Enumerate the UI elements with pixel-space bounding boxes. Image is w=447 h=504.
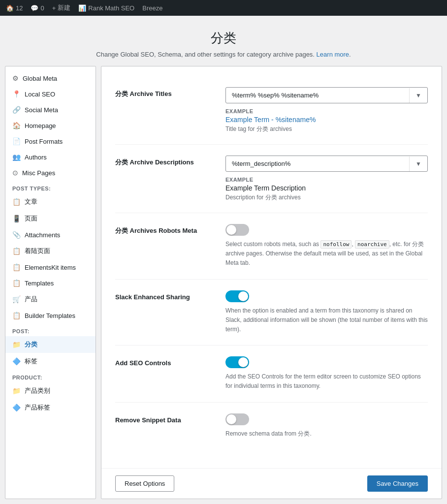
- main-panel: 分类 Archive Titles ▼ EXAMPLE Example Term…: [101, 66, 442, 499]
- authors-icon: 👥: [12, 153, 21, 161]
- slack-sharing-toggle[interactable]: [225, 290, 249, 302]
- sidebar-item-label: 产品: [25, 295, 37, 304]
- sidebar-item-attachments[interactable]: 📎 Attachments: [5, 227, 96, 243]
- snippet-data-toggle-knob: [226, 414, 236, 424]
- sidebar-item-label: 页面: [25, 214, 37, 223]
- sidebar-item-label: 产品类别: [25, 386, 50, 395]
- new-icon: +: [52, 4, 56, 12]
- setting-slack-sharing: Slack Enhanced Sharing When the option i…: [115, 280, 428, 346]
- post-formats-icon: 📄: [12, 137, 21, 145]
- sidebar-item-label: Builder Templates: [25, 312, 75, 319]
- sidebar-item-label: Social Meta: [25, 106, 58, 114]
- sidebar-item-authors[interactable]: 👥 Authors: [5, 149, 96, 165]
- breeze-label: Breeze: [142, 4, 162, 12]
- sidebar-item-chanpinbiaoqian[interactable]: 🔷 产品标签: [5, 399, 96, 416]
- misc-icon: ⊙: [12, 169, 18, 177]
- sidebar-item-misc-pages[interactable]: ⊙ Misc Pages: [5, 165, 96, 181]
- sidebar-item-social-meta[interactable]: 🔗 Social Meta: [5, 102, 96, 118]
- archive-descriptions-dropdown-arrow[interactable]: ▼: [409, 157, 427, 171]
- slack-sharing-desc: When the option is enabled and a term fr…: [225, 306, 428, 335]
- admin-bar-home[interactable]: 🏠 12: [6, 4, 23, 12]
- snippet-data-desc: Remove schema data from 分类.: [225, 429, 428, 439]
- admin-bar-count: 12: [16, 4, 23, 12]
- sidebar-item-templates[interactable]: 📋 Templates: [5, 275, 96, 291]
- archive-descriptions-desc: Description for 分类 archives: [225, 193, 428, 202]
- robots-meta-toggle[interactable]: [225, 224, 249, 236]
- slack-sharing-label: Slack Enhanced Sharing: [115, 290, 214, 302]
- archive-descriptions-example-value: Example Term Description: [225, 184, 428, 192]
- archive-titles-input-wrapper: ▼: [225, 87, 428, 103]
- robots-meta-toggle-knob: [226, 225, 236, 235]
- archive-descriptions-label: 分类 Archive Descriptions: [115, 156, 214, 167]
- learn-more-link[interactable]: Learn more: [317, 51, 349, 58]
- archive-titles-example-value: Example Term - %sitename%: [225, 116, 428, 124]
- sidebar-item-chanpin[interactable]: 🛒 产品: [5, 291, 96, 308]
- archive-titles-desc: Title tag for 分类 archives: [225, 125, 428, 133]
- seo-controls-control: Add the SEO Controls for the term editor…: [225, 356, 428, 391]
- sidebar-item-label: Templates: [25, 280, 54, 287]
- comments-count: 0: [40, 4, 44, 12]
- social-icon: 🔗: [12, 106, 21, 114]
- robots-meta-control: Select custom robots meta, such as nofol…: [225, 224, 428, 268]
- page-description: Change Global SEO, Schema, and other set…: [10, 51, 437, 58]
- admin-bar-new[interactable]: + 新建: [52, 3, 71, 12]
- landing-icon: 📋: [12, 247, 21, 255]
- archive-titles-label: 分类 Archive Titles: [115, 87, 214, 99]
- admin-bar-breeze[interactable]: Breeze: [142, 4, 162, 12]
- archive-titles-example-label: EXAMPLE: [225, 108, 428, 114]
- archive-titles-input[interactable]: [226, 88, 409, 103]
- sidebar-item-local-seo[interactable]: 📍 Local SEO: [5, 86, 96, 102]
- post-icon: 📋: [12, 198, 21, 206]
- sidebar-item-builder-templates[interactable]: 📋 Builder Templates: [5, 308, 96, 323]
- archive-titles-control: ▼ EXAMPLE Example Term - %sitename% Titl…: [225, 87, 428, 133]
- comments-icon: 💬: [31, 4, 38, 12]
- sidebar-item-label: Homepage: [25, 122, 56, 129]
- sidebar-item-label: ElementsKit items: [25, 264, 76, 271]
- sidebar-item-biaoqian[interactable]: 🔷 标签: [5, 353, 96, 370]
- rankmath-label: Rank Math SEO: [88, 4, 134, 12]
- sidebar-item-global-meta[interactable]: ⚙ Global Meta: [5, 70, 96, 86]
- reset-options-button[interactable]: Reset Options: [115, 475, 174, 492]
- admin-bar-comments[interactable]: 💬 0: [31, 4, 44, 12]
- slack-sharing-control: When the option is enabled and a term fr…: [225, 290, 428, 335]
- sidebar-item-wenzhang[interactable]: 📋 文章: [5, 193, 96, 210]
- sidebar-item-label: 产品标签: [25, 403, 50, 412]
- sidebar-item-homepage[interactable]: 🏠 Homepage: [5, 118, 96, 133]
- new-label: 新建: [58, 3, 70, 12]
- archive-titles-dropdown-arrow[interactable]: ▼: [409, 88, 427, 103]
- sidebar: ⚙ Global Meta 📍 Local SEO 🔗 Social Meta …: [5, 66, 96, 499]
- sidebar-item-yemian[interactable]: 📱 页面: [5, 210, 96, 227]
- archive-descriptions-input-wrapper: ▼: [225, 156, 428, 172]
- product-section-label: Product:: [5, 370, 96, 382]
- home-icon: 🏠: [12, 122, 21, 129]
- nofollow-tag: nofollow: [320, 240, 351, 249]
- setting-robots-meta: 分类 Archives Robots Meta Select custom ro…: [115, 213, 428, 280]
- sidebar-item-fenlei[interactable]: 📁 分类: [5, 336, 96, 353]
- archive-descriptions-example-label: EXAMPLE: [225, 177, 428, 183]
- gear-icon: ⚙: [12, 74, 19, 82]
- setting-seo-controls: Add SEO Controls Add the SEO Controls fo…: [115, 346, 428, 402]
- setting-snippet-data: Remove Snippet Data Remove schema data f…: [115, 403, 428, 449]
- sidebar-item-label: Post Formats: [25, 138, 63, 145]
- setting-archive-descriptions: 分类 Archive Descriptions ▼ EXAMPLE Exampl…: [115, 145, 428, 213]
- page-header: 分类 Change Global SEO, Schema, and other …: [0, 16, 447, 66]
- save-changes-button[interactable]: Save Changes: [367, 475, 428, 492]
- snippet-data-toggle[interactable]: [225, 413, 249, 425]
- main-content: 分类 Archive Titles ▼ EXAMPLE Example Term…: [101, 66, 442, 468]
- template-icon: 📋: [12, 279, 21, 287]
- sidebar-item-elementskit[interactable]: 📋 ElementsKit items: [5, 259, 96, 275]
- sidebar-item-chanpinleibie[interactable]: 📁 产品类别: [5, 382, 96, 399]
- admin-bar-rankmath[interactable]: 📊 Rank Math SEO: [78, 4, 134, 12]
- snippet-data-label: Remove Snippet Data: [115, 413, 214, 425]
- sidebar-item-zhuluye[interactable]: 📋 着陆页面: [5, 243, 96, 259]
- snippet-data-control: Remove schema data from 分类.: [225, 413, 428, 439]
- noarchive-tag: noarchive: [355, 240, 389, 249]
- archive-descriptions-input[interactable]: [226, 156, 409, 171]
- page-title: 分类: [10, 30, 437, 47]
- post-section-label: Post:: [5, 323, 96, 336]
- sidebar-item-post-formats[interactable]: 📄 Post Formats: [5, 133, 96, 149]
- wp-logo-icon: 🏠: [6, 4, 14, 12]
- sidebar-item-label: Misc Pages: [22, 169, 55, 177]
- seo-controls-toggle[interactable]: [225, 356, 249, 368]
- sidebar-item-label: Global Meta: [23, 75, 57, 82]
